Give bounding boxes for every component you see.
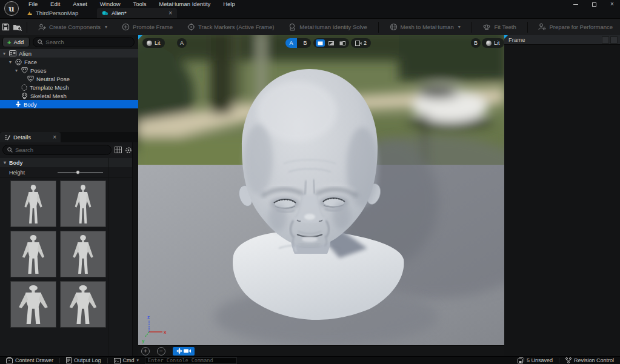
views-count-button[interactable]: 2 bbox=[351, 38, 371, 48]
zoom-in-button[interactable]: + bbox=[141, 347, 150, 356]
body-section-header[interactable]: ▾ Body bbox=[0, 158, 132, 167]
view-a-button[interactable]: A bbox=[285, 38, 297, 48]
body-type-thumbnail[interactable] bbox=[10, 180, 56, 227]
menu-tools[interactable]: Tools bbox=[127, 0, 152, 8]
tree-item-poses[interactable]: ▾ Poses bbox=[0, 66, 138, 74]
track-markers-button[interactable]: Track Markers (Active Frame) bbox=[180, 21, 281, 34]
expand-arrow-icon[interactable]: ▾ bbox=[8, 59, 13, 65]
expand-arrow-icon[interactable]: ▾ bbox=[2, 51, 7, 56]
cmd-selector[interactable]: Cmd ▾ bbox=[108, 357, 145, 364]
ab-view-switch: A B bbox=[285, 38, 311, 48]
view-mode-lit-button-a[interactable]: Lit bbox=[142, 38, 165, 48]
output-log-label: Output Log bbox=[74, 357, 101, 363]
content-drawer-button[interactable]: Content Drawer bbox=[0, 357, 59, 364]
details-search[interactable] bbox=[2, 145, 112, 155]
tab-thirdpersonmap[interactable]: ThirdPersonMap bbox=[22, 8, 83, 18]
details-icon bbox=[4, 134, 10, 141]
folder-search-icon bbox=[13, 23, 22, 31]
body-type-thumbnail[interactable] bbox=[60, 180, 106, 227]
identity-solve-button[interactable]: MetaHuman Identity Solve bbox=[281, 21, 374, 34]
menu-help[interactable]: Help bbox=[218, 0, 241, 8]
expand-arrow-icon: ▾ bbox=[4, 160, 6, 165]
minimize-icon[interactable] bbox=[572, 0, 580, 8]
tree-item-label: Face bbox=[24, 59, 37, 65]
scrollbar-track[interactable] bbox=[132, 142, 138, 356]
mesh-to-metahuman-button[interactable]: Mesh to MetaHuman ▾ bbox=[382, 21, 468, 34]
camera-b-button[interactable]: B bbox=[471, 38, 481, 48]
details-tab-strip: Details × bbox=[0, 132, 138, 142]
browse-to-asset-button[interactable] bbox=[12, 21, 23, 34]
body-type-thumbnail[interactable] bbox=[10, 281, 56, 328]
outliner-search[interactable] bbox=[33, 37, 135, 47]
expand-arrow-icon[interactable]: ▾ bbox=[14, 68, 19, 73]
height-property-row: Height bbox=[0, 167, 132, 178]
add-button[interactable]: + Add bbox=[2, 37, 30, 47]
create-components-button[interactable]: Create Components ▾ bbox=[31, 21, 115, 34]
close-icon[interactable]: × bbox=[608, 0, 616, 8]
tree-item-label: Poses bbox=[30, 67, 46, 74]
identity-solve-icon bbox=[288, 23, 296, 31]
restore-icon[interactable] bbox=[590, 0, 598, 8]
camera-a-button[interactable]: A bbox=[177, 38, 187, 48]
tab-alien-active[interactable]: Alien* × bbox=[97, 8, 177, 18]
view-b-button[interactable]: B bbox=[299, 38, 311, 48]
lit-label: Lit bbox=[494, 40, 500, 46]
unsaved-button[interactable]: 5 Unsaved bbox=[512, 357, 559, 364]
frame-panel-title: Frame bbox=[508, 36, 525, 43]
section-label: Body bbox=[9, 160, 23, 166]
menu-edit[interactable]: Edit bbox=[45, 0, 65, 8]
body-type-thumbnail[interactable] bbox=[60, 281, 106, 328]
content-drawer-icon bbox=[6, 357, 13, 363]
chevron-down-icon: ▾ bbox=[105, 24, 107, 30]
body-type-thumbnail[interactable] bbox=[60, 231, 106, 277]
menu-file[interactable]: File bbox=[23, 0, 43, 8]
chevron-down-icon: ▾ bbox=[458, 24, 461, 30]
tab-details[interactable]: Details × bbox=[0, 132, 61, 142]
details-panel: ▾ Body Height bbox=[0, 142, 138, 356]
tree-item-neutral-pose[interactable]: Neutral Pose bbox=[0, 74, 138, 83]
settings-gear-icon[interactable] bbox=[125, 147, 132, 154]
identity-toolbar: Create Components ▾ Promote Frame Track … bbox=[0, 18, 620, 35]
revision-control-button[interactable]: Revision Control bbox=[559, 357, 620, 364]
level-icon bbox=[27, 10, 33, 16]
camera-a-label: A bbox=[180, 40, 184, 46]
navigation-camera-button[interactable] bbox=[173, 347, 195, 356]
tab-close-icon[interactable]: × bbox=[53, 134, 56, 141]
tree-item-alien[interactable]: ▾ Alien bbox=[0, 49, 138, 58]
height-slider[interactable] bbox=[58, 170, 103, 176]
tree-item-template-mesh[interactable]: Template Mesh bbox=[0, 83, 138, 91]
body-type-thumbnail[interactable] bbox=[10, 231, 56, 277]
search-icon bbox=[7, 147, 13, 153]
svg-text:x: x bbox=[164, 329, 167, 335]
property-matrix-icon[interactable] bbox=[115, 147, 122, 153]
tab-label: Details bbox=[13, 134, 31, 141]
menu-window[interactable]: Window bbox=[95, 0, 126, 8]
save-button[interactable] bbox=[0, 21, 12, 34]
views-count-icon bbox=[355, 41, 362, 46]
promote-frame-button[interactable]: Promote Frame bbox=[115, 21, 180, 34]
wipe-view-icon[interactable] bbox=[327, 39, 336, 47]
console-command-input[interactable] bbox=[145, 357, 237, 364]
prepare-for-performance-button[interactable]: Prepare for Performance bbox=[531, 21, 620, 34]
dual-view-icon[interactable] bbox=[338, 39, 347, 47]
search-input[interactable] bbox=[15, 147, 107, 153]
tab-close-icon[interactable]: × bbox=[168, 10, 172, 16]
slider-thumb[interactable] bbox=[76, 170, 80, 174]
tree-item-label: Skeletal Mesh bbox=[30, 93, 67, 99]
viewport-canvas[interactable]: z x y Lit A A B bbox=[138, 35, 504, 345]
tree-item-label: Neutral Pose bbox=[36, 76, 70, 82]
tree-item-face[interactable]: ▾ Face bbox=[0, 58, 138, 66]
menu-asset[interactable]: Asset bbox=[67, 0, 93, 8]
focus-corner-marker bbox=[138, 35, 142, 39]
tree-item-skeletal-mesh[interactable]: Skeletal Mesh bbox=[0, 91, 138, 100]
unreal-logo-icon: u bbox=[4, 1, 19, 16]
zoom-out-button[interactable]: − bbox=[157, 347, 165, 356]
single-view-icon[interactable] bbox=[316, 39, 325, 47]
output-log-button[interactable]: Output Log bbox=[60, 357, 107, 364]
track-markers-icon bbox=[187, 23, 195, 31]
search-input[interactable] bbox=[45, 39, 130, 45]
fit-teeth-button[interactable]: Fit Teeth bbox=[475, 21, 523, 34]
tree-item-body-selected[interactable]: Body bbox=[0, 100, 138, 108]
menu-metahuman-identity[interactable]: MetaHuman Identity bbox=[153, 0, 216, 8]
view-mode-lit-button-b[interactable]: Lit bbox=[482, 38, 504, 48]
